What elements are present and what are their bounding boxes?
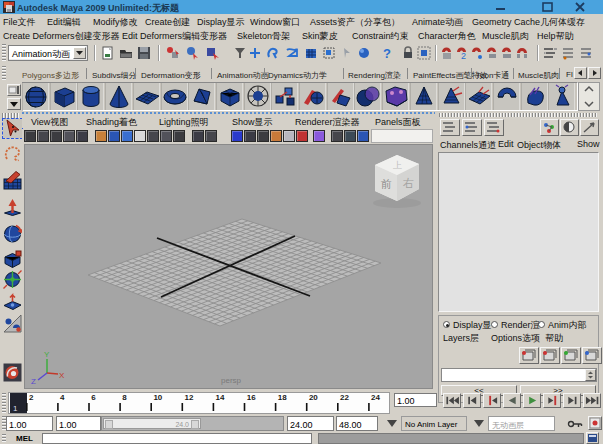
svg-text:18: 18	[278, 393, 287, 402]
svg-text:10: 10	[153, 393, 162, 402]
svg-text:右: 右	[403, 177, 414, 189]
svg-text:14: 14	[216, 393, 225, 402]
svg-text:8: 8	[122, 393, 127, 402]
svg-text:2: 2	[29, 393, 34, 402]
svg-text:persp: persp	[221, 376, 242, 385]
svg-text:4: 4	[60, 393, 65, 402]
svg-text:22: 22	[340, 393, 349, 402]
svg-text:24: 24	[371, 393, 380, 402]
svg-text:前: 前	[380, 178, 392, 190]
svg-text:6: 6	[91, 393, 96, 402]
svg-text:上: 上	[393, 160, 402, 170]
svg-text:X: X	[59, 371, 65, 380]
svg-text:?: ?	[383, 46, 391, 60]
svg-text:20: 20	[309, 393, 318, 402]
svg-text:16: 16	[247, 393, 256, 402]
svg-text:Y: Y	[44, 350, 50, 359]
svg-text:1: 1	[13, 404, 18, 413]
svg-text:2: 2	[461, 51, 466, 60]
svg-text:Z: Z	[31, 377, 36, 386]
svg-text:12: 12	[185, 393, 194, 402]
